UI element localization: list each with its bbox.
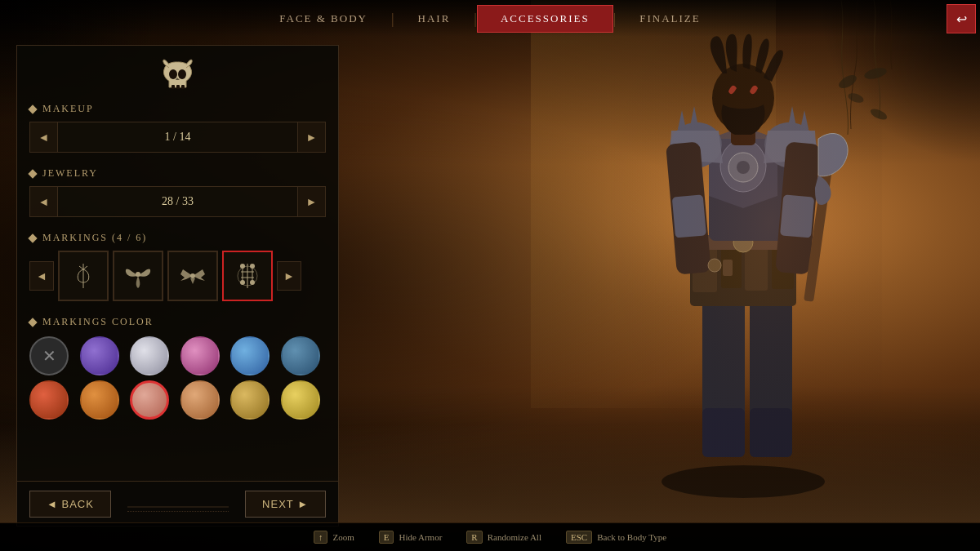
marking-1-icon: [67, 260, 100, 292]
skull-icon: [159, 58, 196, 95]
markings-next-button[interactable]: ►: [277, 261, 301, 291]
hint-hide-armor: E Hide Armor: [379, 531, 443, 544]
color-swatch-silver[interactable]: [130, 336, 169, 375]
makeup-prev-button[interactable]: ◄: [30, 122, 58, 152]
dots-separator: [127, 496, 229, 512]
markings-section-label: MARKINGS (4 / 6): [29, 232, 326, 244]
svg-point-45: [190, 273, 195, 278]
svg-point-53: [250, 264, 255, 269]
top-navigation: FACE & BODY | HAIR | ACCESSORIES | FINAL…: [0, 0, 980, 37]
back-button[interactable]: ◄ BACK: [29, 491, 111, 518]
color-swatch-steel-blue[interactable]: [230, 336, 270, 375]
markings-grid: ◄: [29, 251, 326, 301]
randomize-hint-label: Randomize All: [488, 532, 541, 542]
makeup-section-label: MAKEUP: [29, 103, 326, 115]
back-corner-button[interactable]: ↩: [947, 4, 976, 33]
marking-2-icon: [122, 260, 154, 292]
hint-randomize: R Randomize All: [466, 531, 541, 544]
customization-panel: MAKEUP ◄ 1 / 14 ► JEWELRY ◄ 28 / 33 ► MA…: [16, 45, 339, 527]
marking-3-icon: [176, 260, 209, 292]
jewelry-value: 28 / 33: [58, 189, 297, 215]
color-swatch-yellow-orange[interactable]: [230, 380, 270, 420]
esc-key-icon: ESC: [566, 531, 592, 544]
nav-accessories[interactable]: ACCESSORIES: [477, 5, 613, 33]
hide-armor-key-icon: E: [379, 531, 394, 544]
makeup-value: 1 / 14: [58, 124, 297, 150]
panel-bottom-buttons: ◄ BACK NEXT ►: [17, 481, 338, 526]
color-swatch-pink-purple[interactable]: [180, 336, 220, 375]
diamond-icon-markings-color: [28, 318, 37, 327]
svg-point-52: [240, 264, 245, 269]
jewelry-prev-button[interactable]: ◄: [30, 187, 58, 216]
svg-point-36: [169, 69, 177, 79]
marking-item-4[interactable]: [222, 251, 273, 301]
svg-point-54: [240, 280, 245, 285]
zoom-hint-label: Zoom: [332, 532, 354, 542]
hide-armor-hint-label: Hide Armor: [399, 532, 442, 542]
marking-item-2[interactable]: [113, 251, 163, 301]
panel-header: [29, 58, 326, 95]
bottom-hint-bar: ↑ Zoom E Hide Armor R Randomize All ESC …: [0, 522, 980, 551]
next-button[interactable]: NEXT ►: [245, 491, 326, 518]
color-swatch-light-orange[interactable]: [180, 380, 220, 420]
character-svg: [604, 33, 882, 506]
jewelry-spinner: ◄ 28 / 33 ►: [29, 186, 326, 217]
markings-color-section-label: MARKINGS COLOR: [29, 316, 326, 328]
skull-svg: [159, 58, 196, 95]
color-swatch-yellow[interactable]: [281, 380, 320, 420]
svg-rect-31: [604, 33, 882, 506]
svg-rect-40: [181, 85, 185, 89]
svg-point-37: [178, 69, 186, 79]
color-swatch-purple[interactable]: [80, 336, 119, 375]
diamond-icon-makeup: [28, 104, 37, 113]
randomize-key-icon: R: [466, 531, 482, 544]
color-swatch-orange-red[interactable]: [29, 380, 69, 420]
dots-line-svg: [127, 506, 229, 508]
jewelry-section-label: JEWELRY: [29, 167, 326, 180]
nav-finalize[interactable]: FINALIZE: [616, 5, 724, 33]
makeup-spinner: ◄ 1 / 14 ►: [29, 122, 326, 153]
color-swatch-disabled[interactable]: ✕: [29, 336, 69, 375]
svg-rect-38: [172, 85, 175, 89]
svg-line-43: [83, 266, 87, 269]
makeup-next-button[interactable]: ►: [297, 122, 325, 152]
jewelry-next-button[interactable]: ►: [297, 187, 325, 216]
markings-prev-button[interactable]: ◄: [29, 261, 54, 291]
svg-rect-39: [176, 85, 180, 89]
color-swatches-grid: ✕: [29, 336, 326, 420]
svg-point-44: [136, 272, 140, 277]
makeup-label: MAKEUP: [42, 103, 94, 115]
character-preview: [604, 33, 882, 506]
hint-zoom: ↑ Zoom: [314, 531, 354, 544]
color-swatch-pink-selected[interactable]: [130, 380, 169, 420]
hint-back-body: ESC Back to Body Type: [566, 531, 666, 544]
back-body-hint-label: Back to Body Type: [597, 532, 666, 542]
nav-face-body[interactable]: FACE & BODY: [256, 5, 391, 33]
color-swatch-teal[interactable]: [281, 336, 320, 375]
nav-hair[interactable]: HAIR: [394, 5, 474, 33]
markings-label: MARKINGS (4 / 6): [42, 232, 147, 244]
zoom-key-icon: ↑: [314, 531, 328, 544]
marking-item-3[interactable]: [167, 251, 218, 301]
svg-point-55: [250, 280, 255, 285]
diamond-icon-jewelry: [28, 169, 37, 178]
markings-color-label: MARKINGS COLOR: [42, 316, 154, 328]
diamond-icon-markings: [28, 233, 37, 242]
jewelry-label: JEWELRY: [42, 167, 98, 180]
svg-line-42: [79, 266, 83, 269]
marking-item-1[interactable]: [58, 251, 109, 301]
color-swatch-orange[interactable]: [80, 380, 119, 420]
marking-4-icon: [231, 260, 264, 292]
